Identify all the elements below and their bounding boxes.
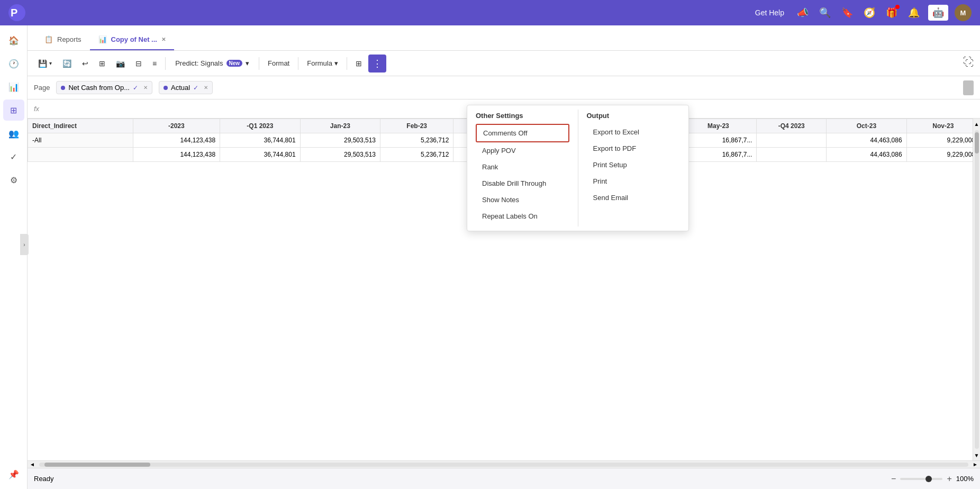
robot-icon: 🤖 bbox=[932, 7, 944, 19]
formula-button[interactable]: Formula ▾ bbox=[303, 55, 342, 73]
send-email-item[interactable]: Send Email bbox=[587, 189, 680, 206]
undo-button[interactable]: ↩ bbox=[78, 55, 93, 73]
apply-pov-item[interactable]: Apply POV bbox=[476, 142, 569, 159]
cell-2-may-23: 16,867,7... bbox=[680, 148, 757, 162]
sidebar-item-people[interactable]: 👥 bbox=[3, 123, 24, 144]
comments-off-item[interactable]: Comments Off bbox=[476, 124, 569, 142]
chip-close-1[interactable]: ✕ bbox=[143, 85, 148, 90]
disable-drill-item[interactable]: Disable Drill Through bbox=[476, 175, 569, 192]
sidebar-item-settings[interactable]: ⚙ bbox=[3, 169, 24, 191]
top-bar-left: P bbox=[8, 4, 25, 21]
filter-button[interactable]: ⊟ bbox=[131, 55, 146, 73]
zoom-out-button[interactable]: − bbox=[891, 474, 896, 484]
robot-button[interactable]: 🤖 bbox=[928, 5, 948, 21]
repeat-labels-item[interactable]: Repeat Labels On bbox=[476, 208, 569, 224]
left-sidebar: 🏠 🕐 📊 ⊞ 👥 ✓ ⚙ 📌 bbox=[0, 25, 28, 489]
avatar-button[interactable]: M bbox=[955, 4, 972, 21]
scroll-up-button[interactable]: ▲ bbox=[973, 119, 981, 129]
sort-button[interactable]: ≡ bbox=[148, 55, 161, 73]
refresh-icon: 🔄 bbox=[62, 59, 71, 68]
app-logo[interactable]: P bbox=[8, 4, 25, 21]
sidebar-item-check[interactable]: ✓ bbox=[3, 146, 24, 167]
save-dropdown-arrow: ▾ bbox=[49, 60, 52, 66]
tab-copy-net[interactable]: 📊 Copy of Net ... ✕ bbox=[90, 29, 174, 50]
cell-2-q1-2023: 36,744,801 bbox=[220, 148, 300, 162]
export-pdf-item[interactable]: Export to PDF bbox=[587, 140, 680, 157]
vertical-scrollbar[interactable]: ▲ ▼ bbox=[973, 119, 980, 460]
dropdown-menu: Other Settings Comments Off Apply POV Ra… bbox=[467, 105, 689, 231]
megaphone-icon[interactable]: 📣 bbox=[795, 5, 811, 21]
zoom-controls: − + 100% bbox=[891, 474, 974, 484]
sidebar-item-chart[interactable]: 📊 bbox=[3, 76, 24, 97]
refresh-button[interactable]: 🔄 bbox=[58, 55, 76, 73]
rank-item[interactable]: Rank bbox=[476, 159, 569, 175]
sidebar-item-grid[interactable]: ⊞ bbox=[3, 99, 24, 121]
cell-all-q4-2023 bbox=[757, 133, 827, 148]
toolbar: 💾 ▾ 🔄 ↩ ⊞ 📷 ⊟ ≡ Predict: Signals New ▾ F… bbox=[28, 51, 980, 76]
grid2-button[interactable]: ⊞ bbox=[351, 55, 366, 73]
compass-icon[interactable]: 🧭 bbox=[861, 5, 877, 21]
print-item[interactable]: Print bbox=[587, 173, 680, 189]
tab-reports[interactable]: 📋 Reports bbox=[36, 29, 90, 50]
format-button[interactable]: Format bbox=[264, 55, 294, 73]
tab-close-button[interactable]: ✕ bbox=[161, 37, 166, 42]
status-text: Ready bbox=[34, 475, 54, 483]
filter-bar: Page Net Cash from Op... ✓ ✕ Actual ✓ ✕ bbox=[28, 76, 980, 99]
collapse-sidebar-button[interactable]: › bbox=[20, 234, 29, 255]
sidebar-item-home[interactable]: 🏠 bbox=[3, 30, 24, 51]
sidebar-item-pin[interactable]: 📌 bbox=[3, 464, 24, 485]
get-help-button[interactable]: Get Help bbox=[751, 6, 788, 19]
cell-all-nov-23: 9,229,008 bbox=[906, 133, 979, 148]
pov-scrollbar-handle[interactable] bbox=[963, 80, 974, 95]
zoom-in-button[interactable]: + bbox=[947, 474, 951, 484]
scroll-down-button[interactable]: ▼ bbox=[973, 450, 981, 460]
predict-label: Predict: Signals bbox=[175, 59, 223, 67]
chip-dot-2 bbox=[164, 86, 168, 90]
scroll-thumb[interactable] bbox=[975, 132, 979, 153]
expand-window-button[interactable]: ⛶ bbox=[963, 56, 972, 66]
show-notes-item[interactable]: Show Notes bbox=[476, 192, 569, 208]
output-title: Output bbox=[587, 112, 680, 120]
col-header-feb-23: Feb-23 bbox=[380, 119, 453, 133]
filter-chip-actual[interactable]: Actual ✓ ✕ bbox=[159, 81, 213, 94]
predict-signals-button[interactable]: Predict: Signals New ▾ bbox=[170, 59, 255, 67]
h-scroll-track bbox=[39, 463, 968, 467]
formula-arrow: ▾ bbox=[334, 59, 338, 67]
more-options-button[interactable]: ⋮ bbox=[368, 55, 386, 73]
scroll-track bbox=[975, 130, 979, 449]
chip-close-2[interactable]: ✕ bbox=[204, 85, 208, 90]
filter-chip-net-cash[interactable]: Net Cash from Op... ✓ ✕ bbox=[56, 81, 152, 94]
col-header-nov-23: Nov-23 bbox=[906, 119, 979, 133]
zoom-slider[interactable] bbox=[900, 478, 942, 480]
col-header-2023: -2023 bbox=[133, 119, 220, 133]
sidebar-bottom: 📌 bbox=[3, 464, 24, 485]
export-excel-item[interactable]: Export to Excel bbox=[587, 124, 680, 140]
save-button[interactable]: 💾 ▾ bbox=[34, 55, 56, 73]
bell-icon[interactable]: 🔔 bbox=[906, 5, 922, 21]
horizontal-scrollbar[interactable]: ◄ ► bbox=[28, 460, 980, 468]
top-bar: P Get Help 📣 🔍 🔖 🧭 🎁 🔔 🤖 M bbox=[0, 0, 980, 25]
camera-button[interactable]: 📷 bbox=[112, 55, 129, 73]
predict-dropdown-arrow: ▾ bbox=[246, 59, 249, 67]
scroll-right-button[interactable]: ► bbox=[970, 461, 980, 467]
col-header-jan-23: Jan-23 bbox=[300, 119, 380, 133]
chip-net-cash-text: Net Cash from Op... bbox=[68, 84, 130, 92]
print-setup-item[interactable]: Print Setup bbox=[587, 157, 680, 173]
col-header-direct-indirect: Direct_Indirect bbox=[28, 119, 133, 133]
h-scroll-thumb[interactable] bbox=[44, 463, 150, 467]
bookmark-icon[interactable]: 🔖 bbox=[839, 5, 855, 21]
search-icon[interactable]: 🔍 bbox=[817, 5, 833, 21]
scroll-left-button[interactable]: ◄ bbox=[28, 461, 37, 467]
new-badge: New bbox=[226, 60, 243, 67]
cell-2-2023: 144,123,438 bbox=[133, 148, 220, 162]
gift-icon[interactable]: 🎁 bbox=[884, 5, 900, 21]
grid-view-button[interactable]: ⊞ bbox=[95, 55, 110, 73]
chip-dot-1 bbox=[61, 86, 65, 90]
toolbar-separator-3 bbox=[298, 57, 298, 70]
filter-icon: ⊟ bbox=[135, 59, 142, 68]
dropdown-header: Other Settings Comments Off Apply POV Ra… bbox=[467, 105, 688, 231]
sidebar-item-recent[interactable]: 🕐 bbox=[3, 53, 24, 74]
cell-all-feb-23: 5,236,712 bbox=[380, 133, 453, 148]
cell-2-jan-23: 29,503,513 bbox=[300, 148, 380, 162]
camera-icon: 📷 bbox=[116, 59, 125, 68]
